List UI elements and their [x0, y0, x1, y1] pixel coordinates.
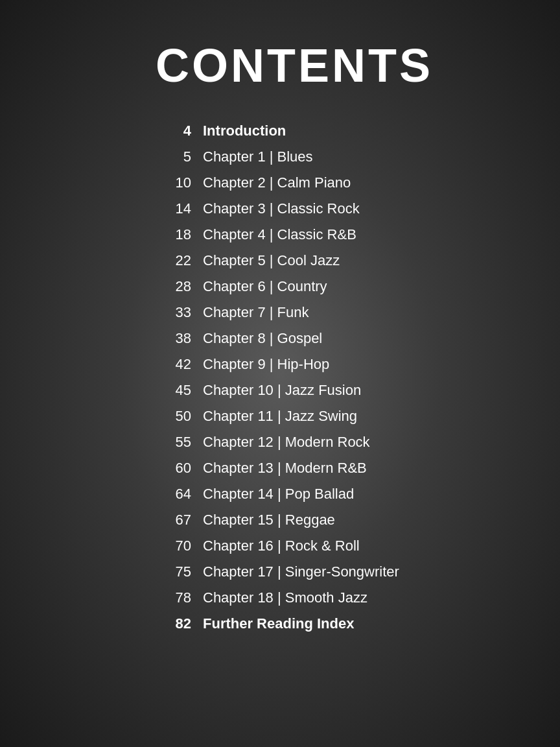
toc-entry-label: Chapter 7 | Funk [203, 304, 309, 321]
toc-page-number: 42 [156, 356, 191, 373]
toc-item: 45Chapter 10 | Jazz Fusion [0, 377, 560, 403]
toc-item: 70Chapter 16 | Rock & Roll [0, 533, 560, 559]
toc-entry-label: Chapter 8 | Gospel [203, 330, 322, 347]
toc-item: 67Chapter 15 | Reggae [0, 507, 560, 533]
toc-item: 4Introduction [0, 118, 560, 144]
toc-item: 38Chapter 8 | Gospel [0, 326, 560, 351]
toc-page-number: 38 [156, 330, 191, 347]
toc-page-number: 70 [156, 538, 191, 554]
toc-item: 18Chapter 4 | Classic R&B [0, 222, 560, 248]
toc-page-number: 10 [156, 174, 191, 191]
toc-entry-label: Chapter 5 | Cool Jazz [203, 252, 340, 269]
toc-page-number: 5 [156, 148, 191, 165]
toc-entry-label: Chapter 15 | Reggae [203, 512, 335, 528]
toc-page-number: 14 [156, 200, 191, 217]
toc-item: 75Chapter 17 | Singer-Songwriter [0, 559, 560, 585]
toc-item: 60Chapter 13 | Modern R&B [0, 455, 560, 481]
toc-item: 5Chapter 1 | Blues [0, 144, 560, 170]
toc-page-number: 82 [156, 615, 191, 632]
toc-page-number: 78 [156, 589, 191, 606]
toc-entry-label: Chapter 11 | Jazz Swing [203, 408, 357, 425]
toc-page-number: 45 [156, 382, 191, 399]
toc-page-number: 64 [156, 486, 191, 503]
toc-entry-label: Chapter 14 | Pop Ballad [203, 486, 354, 503]
toc-item: 42Chapter 9 | Hip-Hop [0, 351, 560, 377]
toc-item: 64Chapter 14 | Pop Ballad [0, 481, 560, 507]
toc-page-number: 22 [156, 252, 191, 269]
toc-page-number: 60 [156, 460, 191, 477]
toc-page-number: 33 [156, 304, 191, 321]
toc-entry-label: Chapter 16 | Rock & Roll [203, 538, 360, 554]
page-title: CONTENTS [156, 39, 433, 92]
toc-item: 82Further Reading Index [0, 611, 560, 637]
toc-item: 55Chapter 12 | Modern Rock [0, 429, 560, 455]
toc-entry-label: Chapter 3 | Classic Rock [203, 200, 360, 217]
toc-entry-label: Chapter 10 | Jazz Fusion [203, 382, 361, 399]
toc-entry-label: Chapter 12 | Modern Rock [203, 434, 370, 451]
toc-item: 28Chapter 6 | Country [0, 274, 560, 300]
toc-entry-label: Chapter 9 | Hip-Hop [203, 356, 329, 373]
toc-item: 10Chapter 2 | Calm Piano [0, 170, 560, 196]
toc-entry-label: Chapter 18 | Smooth Jazz [203, 589, 368, 606]
toc-page-number: 55 [156, 434, 191, 451]
toc-page-number: 50 [156, 408, 191, 425]
toc-entry-label: Further Reading Index [203, 615, 354, 632]
toc-item: 50Chapter 11 | Jazz Swing [0, 403, 560, 429]
toc-page-number: 75 [156, 563, 191, 580]
toc-entry-label: Chapter 1 | Blues [203, 148, 313, 165]
toc-entry-label: Chapter 6 | Country [203, 278, 327, 295]
toc-entry-label: Introduction [203, 123, 286, 139]
toc-page-number: 67 [156, 512, 191, 528]
toc-entry-label: Chapter 2 | Calm Piano [203, 174, 351, 191]
toc-entry-label: Chapter 13 | Modern R&B [203, 460, 367, 477]
toc-entry-label: Chapter 17 | Singer-Songwriter [203, 563, 399, 580]
table-of-contents: 4Introduction5Chapter 1 | Blues10Chapter… [0, 118, 560, 637]
toc-entry-label: Chapter 4 | Classic R&B [203, 226, 356, 243]
toc-page-number: 28 [156, 278, 191, 295]
toc-item: 22Chapter 5 | Cool Jazz [0, 248, 560, 274]
toc-page-number: 4 [156, 123, 191, 139]
toc-item: 33Chapter 7 | Funk [0, 300, 560, 326]
toc-page-number: 18 [156, 226, 191, 243]
toc-item: 14Chapter 3 | Classic Rock [0, 196, 560, 222]
toc-item: 78Chapter 18 | Smooth Jazz [0, 585, 560, 611]
